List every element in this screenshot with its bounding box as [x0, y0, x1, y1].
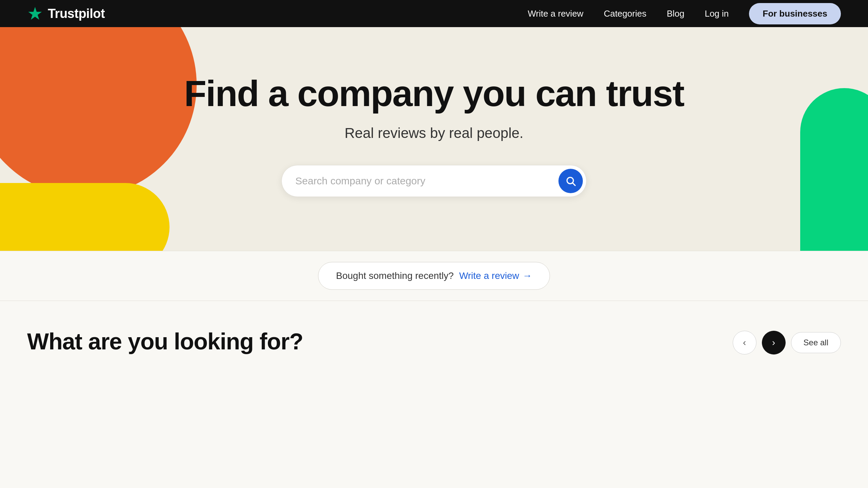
- search-bar: [281, 165, 587, 197]
- looking-for-title: What are you looking for?: [27, 328, 303, 354]
- hero-title: Find a company you can trust: [184, 74, 684, 113]
- search-icon: [565, 176, 576, 186]
- svg-line-1: [573, 183, 575, 185]
- trustpilot-star-icon: ★: [27, 5, 43, 22]
- for-businesses-button[interactable]: For businesses: [749, 3, 841, 24]
- looking-for-section: What are you looking for? ‹ › See all: [0, 301, 868, 368]
- looking-for-nav: ‹ › See all: [733, 331, 841, 354]
- nav-login[interactable]: Log in: [705, 8, 729, 19]
- recent-review-prefix: Bought something recently?: [336, 270, 454, 281]
- write-review-link-text: Write a review: [459, 270, 519, 281]
- nav-write-review[interactable]: Write a review: [528, 8, 583, 19]
- prev-button[interactable]: ‹: [733, 331, 756, 354]
- write-review-link[interactable]: Write a review →: [459, 270, 532, 281]
- search-input[interactable]: [295, 175, 558, 187]
- search-button[interactable]: [558, 169, 583, 193]
- logo-link[interactable]: ★ Trustpilot: [27, 5, 105, 22]
- nav-categories[interactable]: Categories: [604, 8, 647, 19]
- recent-review-bar: Bought something recently? Write a revie…: [0, 251, 868, 301]
- see-all-button[interactable]: See all: [791, 332, 841, 353]
- hero-subtitle: Real reviews by real people.: [344, 125, 524, 141]
- arrow-icon: →: [522, 270, 532, 281]
- hero-content: Find a company you can trust Real review…: [0, 40, 868, 237]
- next-button[interactable]: ›: [762, 331, 786, 354]
- nav-links: Write a review Categories Blog Log in Fo…: [528, 3, 841, 24]
- hero-section: Find a company you can trust Real review…: [0, 27, 868, 251]
- logo-text: Trustpilot: [48, 6, 105, 21]
- nav-blog[interactable]: Blog: [667, 8, 684, 19]
- recent-review-pill: Bought something recently? Write a revie…: [318, 262, 550, 290]
- navbar: ★ Trustpilot Write a review Categories B…: [0, 0, 868, 27]
